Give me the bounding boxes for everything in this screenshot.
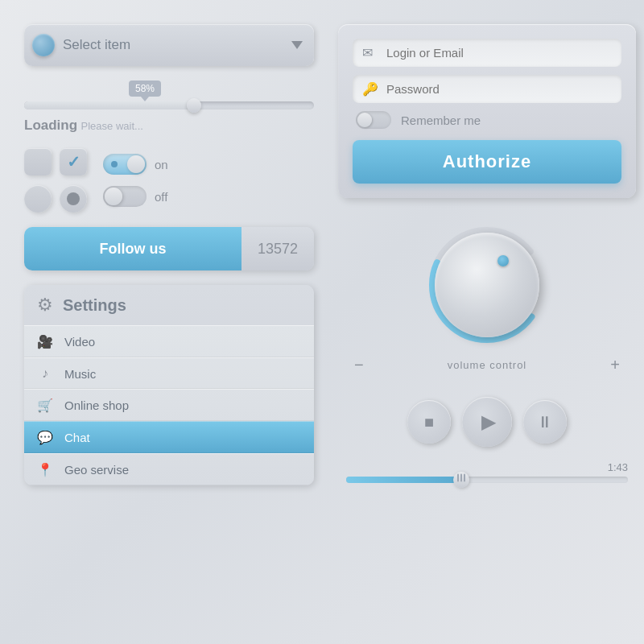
- controls-row: ✓ on: [24, 148, 314, 213]
- authorize-button[interactable]: Authorize: [353, 140, 621, 184]
- dropdown-arrow-icon: [291, 41, 303, 49]
- remember-toggle[interactable]: [356, 111, 391, 129]
- password-input-row[interactable]: 🔑: [353, 75, 621, 103]
- menu-item-video[interactable]: 🎥 Video: [24, 325, 314, 357]
- knob-indicator-dot: [497, 255, 509, 266]
- menu-item-geo-label: Geo servise: [64, 463, 129, 477]
- login-widget: ✉ 🔑 Remember me Authorize: [338, 24, 636, 198]
- menu-item-shop[interactable]: 🛒 Online shop: [24, 389, 314, 421]
- menu-item-geo[interactable]: 📍 Geo servise: [24, 453, 314, 485]
- slider-tooltip: 58%: [129, 80, 161, 97]
- music-icon: ♪: [37, 366, 53, 381]
- progress-time: 1:43: [346, 461, 628, 473]
- toggle-off[interactable]: [103, 186, 147, 207]
- volume-widget: − volume control +: [338, 213, 636, 382]
- menu-item-music-label: Music: [64, 367, 96, 381]
- radio-row: [24, 185, 87, 213]
- play-icon: ▶: [481, 411, 496, 433]
- geo-icon: 📍: [37, 462, 53, 477]
- toggle-off-row: off: [103, 186, 168, 207]
- remember-me-row: Remember me: [353, 111, 621, 129]
- prog-line-2: [460, 474, 462, 482]
- volume-knob-container[interactable]: [423, 221, 551, 349]
- right-column: ✉ 🔑 Remember me Authorize: [330, 24, 636, 620]
- play-button[interactable]: ▶: [462, 397, 512, 447]
- slider-section: 58% Loading Please wait...: [24, 80, 314, 134]
- select-item-widget[interactable]: Select item: [24, 24, 314, 66]
- progress-section: 1:43: [338, 461, 636, 483]
- slider-fill: [24, 101, 192, 109]
- toggle-off-label: off: [155, 190, 167, 204]
- progress-track[interactable]: [346, 477, 628, 483]
- slider-handle[interactable]: [187, 98, 201, 113]
- key-icon: 🔑: [362, 81, 378, 97]
- remember-me-label: Remember me: [401, 114, 481, 127]
- toggle-on-knob: [127, 155, 145, 173]
- settings-header: ⚙ Settings: [24, 285, 314, 325]
- toggle-on-label: on: [155, 158, 168, 171]
- loading-label: Loading: [24, 118, 77, 133]
- select-indicator: [32, 34, 55, 56]
- settings-title: Settings: [63, 296, 126, 315]
- prog-line-1: [457, 474, 459, 482]
- video-icon: 🎥: [37, 334, 53, 349]
- slider-track[interactable]: [24, 101, 314, 109]
- toggle-on-row: on: [103, 154, 168, 175]
- shop-icon: 🛒: [37, 398, 53, 413]
- volume-plus[interactable]: +: [610, 356, 620, 374]
- progress-handle-lines: [457, 478, 465, 482]
- email-icon: ✉: [362, 45, 378, 60]
- checkbox-unchecked[interactable]: [24, 148, 52, 175]
- stop-button[interactable]: ■: [407, 400, 451, 444]
- menu-item-chat[interactable]: 💬 Chat: [24, 421, 314, 453]
- stop-icon: ■: [424, 413, 434, 431]
- volume-controls-row: − volume control +: [338, 356, 636, 374]
- follow-count: 13572: [242, 227, 314, 270]
- follow-widget[interactable]: Follow us 13572: [24, 227, 314, 270]
- menu-items-list: 🎥 Video ♪ Music 🛒 Online shop 💬 Chat 📍: [24, 325, 314, 485]
- checkboxes-column: ✓: [24, 148, 87, 213]
- prog-line-3: [464, 474, 465, 482]
- volume-minus[interactable]: −: [354, 356, 364, 374]
- toggle-on[interactable]: [103, 154, 147, 175]
- toggle-on-dot: [111, 161, 118, 167]
- select-label: Select item: [63, 37, 283, 53]
- radio-selected[interactable]: [60, 185, 87, 213]
- gear-icon: ⚙: [37, 295, 53, 316]
- loading-sub-label: Please wait...: [81, 120, 143, 132]
- media-controls: ■ ▶ ⏸: [338, 397, 636, 447]
- password-input[interactable]: [386, 82, 612, 96]
- toggle-off-knob: [105, 188, 122, 205]
- settings-widget: ⚙ Settings 🎥 Video ♪ Music 🛒 Online shop…: [24, 285, 314, 485]
- toggles-column: on off: [103, 154, 168, 207]
- menu-item-video-label: Video: [64, 335, 95, 349]
- radio-unselected[interactable]: [24, 185, 52, 213]
- volume-label: volume control: [448, 359, 527, 371]
- knob-body[interactable]: [435, 233, 539, 337]
- chat-icon: 💬: [37, 430, 53, 445]
- menu-item-music[interactable]: ♪ Music: [24, 357, 314, 389]
- checkbox-row-1: ✓: [24, 148, 87, 175]
- progress-handle[interactable]: [453, 472, 469, 488]
- email-input[interactable]: [386, 46, 612, 60]
- progress-fill: [346, 477, 459, 483]
- pause-icon: ⏸: [537, 413, 553, 431]
- menu-item-chat-label: Chat: [64, 431, 90, 444]
- follow-button[interactable]: Follow us: [24, 227, 242, 270]
- email-input-row[interactable]: ✉: [353, 39, 621, 67]
- checkbox-checked[interactable]: ✓: [60, 148, 87, 175]
- pause-button[interactable]: ⏸: [523, 400, 567, 444]
- menu-item-shop-label: Online shop: [64, 398, 129, 412]
- left-column: Select item 58% Loading Please wait... ✓: [24, 24, 330, 620]
